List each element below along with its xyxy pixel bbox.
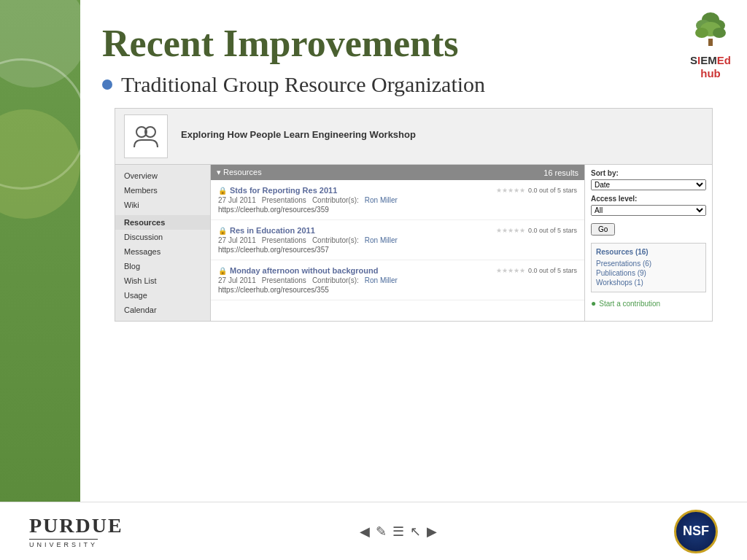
logo-text: SIEMEd hub xyxy=(689,54,732,80)
bottom-bar: PURDUE UNIVERSITY ◀ ✎ ☰ ↖ ▶ NSF xyxy=(0,502,747,560)
access-select[interactable]: All xyxy=(591,205,706,216)
resource-contributor-3[interactable]: Ron Miller xyxy=(365,276,398,284)
bullet-dot xyxy=(102,79,112,90)
left-sidebar xyxy=(0,0,80,560)
lock-icon-1: 🔒 xyxy=(218,187,227,195)
sort-select[interactable]: Date xyxy=(591,179,706,190)
resource-item-2: 🔒 Res in Education 2011 ★★★★★ 0.0 out of… xyxy=(211,220,584,260)
resource-contributor-label-2: Contributor(s): xyxy=(312,236,359,244)
bottom-controls: ◀ ✎ ☰ ↖ ▶ xyxy=(360,524,437,540)
siem-logo-tree xyxy=(689,11,732,51)
menu-icon[interactable]: ☰ xyxy=(392,524,404,540)
right-publications[interactable]: Publications (9) xyxy=(596,268,701,278)
prev-button[interactable]: ◀ xyxy=(360,524,370,540)
purdue-sub: UNIVERSITY xyxy=(29,539,98,548)
resource-date-2: 27 Jul 2011 xyxy=(218,236,256,244)
logo-area: SIEMEd hub xyxy=(689,11,732,80)
resource-bar: ▾ Resources 16 results xyxy=(211,165,584,180)
nav-item-overview[interactable]: Overview xyxy=(115,168,210,183)
resource-item-2-title[interactable]: 🔒 Res in Education 2011 xyxy=(218,226,315,235)
go-button[interactable]: Go xyxy=(591,223,615,236)
screenshot-body: Overview Members Wiki Resources Discussi… xyxy=(115,165,712,321)
sort-label: Sort by: xyxy=(591,169,706,177)
right-presentations[interactable]: Presentations (6) xyxy=(596,259,701,268)
bullet-section: Traditional Group Resource Organization xyxy=(102,72,725,97)
resource-contributor-2[interactable]: Ron Miller xyxy=(365,236,398,244)
nav-item-calendar[interactable]: Calendar xyxy=(115,303,210,317)
resource-item-2-header: 🔒 Res in Education 2011 ★★★★★ 0.0 out of… xyxy=(218,226,577,235)
resource-meta-3: 27 Jul 2011 Presentations Contributor(s)… xyxy=(218,276,577,284)
nav-item-usage[interactable]: Usage xyxy=(115,288,210,303)
nav-item-members[interactable]: Members xyxy=(115,183,210,198)
next-button[interactable]: ▶ xyxy=(427,524,437,540)
main-content: SIEMEd hub Recent Improvements Tradition… xyxy=(80,0,747,502)
rating-text-2: 0.0 out of 5 stars xyxy=(528,227,577,234)
resource-main: ▾ Resources 16 results 🔒 Stds for Report… xyxy=(210,165,584,321)
rating-stars-3: ★★★★★ xyxy=(496,267,525,274)
screen-right: Sort by: Date Access level: All Go Resou… xyxy=(584,165,712,321)
resource-bar-label[interactable]: ▾ Resources xyxy=(217,168,262,177)
resource-item-1-header: 🔒 Stds for Reporting Res 2011 ★★★★★ 0.0 … xyxy=(218,186,577,195)
resource-contributor-label-3: Contributor(s): xyxy=(312,276,359,284)
rating-stars-1: ★★★★★ xyxy=(496,187,525,194)
nav-item-discussion[interactable]: Discussion xyxy=(115,230,210,244)
svg-point-4 xyxy=(695,28,708,38)
nav-item-blog[interactable]: Blog xyxy=(115,259,210,273)
nav-section-resources: Resources xyxy=(115,215,210,230)
rating-stars-2: ★★★★★ xyxy=(496,227,525,234)
resource-bar-count: 16 results xyxy=(543,168,578,177)
resource-link-2: https://cleerhub.org/resources/357 xyxy=(218,246,577,254)
resource-item-3: 🔒 Monday afternoon without background ★★… xyxy=(211,260,584,300)
nsf-badge: NSF xyxy=(674,510,718,553)
lock-icon-3: 🔒 xyxy=(218,267,227,275)
resource-item-3-header: 🔒 Monday afternoon without background ★★… xyxy=(218,266,577,275)
resource-item-1: 🔒 Stds for Reporting Res 2011 ★★★★★ 0.0 … xyxy=(211,180,584,220)
group-icon xyxy=(124,114,168,158)
rating-text-3: 0.0 out of 5 stars xyxy=(528,267,577,274)
right-resources-section: Resources (16) Presentations (6) Publica… xyxy=(591,243,706,292)
access-label: Access level: xyxy=(591,195,706,203)
group-title: Exploring How People Learn Engineering W… xyxy=(181,129,703,140)
nav-item-wiki[interactable]: Wiki xyxy=(115,198,210,212)
resource-item-3-title[interactable]: 🔒 Monday afternoon without background xyxy=(218,266,379,275)
resource-type-1: Presentations xyxy=(262,196,306,204)
purdue-logo: PURDUE UNIVERSITY xyxy=(29,514,123,548)
resource-date-3: 27 Jul 2011 xyxy=(218,276,256,284)
resource-meta-1: 27 Jul 2011 Presentations Contributor(s)… xyxy=(218,196,577,204)
svg-rect-6 xyxy=(708,39,713,46)
resource-type-2: Presentations xyxy=(262,236,306,244)
nsf-text: NSF xyxy=(683,524,709,539)
resource-item-1-title[interactable]: 🔒 Stds for Reporting Res 2011 xyxy=(218,186,337,195)
resource-date-1: 27 Jul 2011 xyxy=(218,196,256,204)
screenshot-mockup: Exploring How People Learn Engineering W… xyxy=(115,108,713,322)
rating-text-1: 0.0 out of 5 stars xyxy=(528,187,577,194)
slide-title: Recent Improvements xyxy=(102,22,725,65)
resource-link-1: https://cleerhub.org/resources/359 xyxy=(218,206,577,214)
purdue-text: PURDUE xyxy=(29,514,123,537)
resource-link-3: https://cleerhub.org/resources/355 xyxy=(218,286,577,294)
resource-meta-2: 27 Jul 2011 Presentations Contributor(s)… xyxy=(218,236,577,244)
resource-type-3: Presentations xyxy=(262,276,306,284)
screen-nav: Overview Members Wiki Resources Discussi… xyxy=(115,165,210,321)
svg-point-5 xyxy=(713,28,726,38)
lock-icon-2: 🔒 xyxy=(218,227,227,235)
nav-item-messages[interactable]: Messages xyxy=(115,244,210,259)
bullet-text: Traditional Group Resource Organization xyxy=(121,72,485,97)
contribution-icon: ● xyxy=(591,298,596,308)
group-title-section: Exploring How People Learn Engineering W… xyxy=(174,129,703,144)
right-section-title: Resources (16) xyxy=(596,248,701,256)
resource-contributor-1[interactable]: Ron Miller xyxy=(365,196,398,204)
draw-icon[interactable]: ✎ xyxy=(376,524,387,540)
resource-contributor-label-1: Contributor(s): xyxy=(312,196,359,204)
pointer-icon[interactable]: ↖ xyxy=(410,524,421,540)
right-workshops[interactable]: Workshops (1) xyxy=(596,278,701,287)
nav-item-wishlist[interactable]: Wish List xyxy=(115,273,210,288)
start-contribution[interactable]: ● Start a contribution xyxy=(591,298,706,308)
screenshot-header: Exploring How People Learn Engineering W… xyxy=(115,109,712,165)
